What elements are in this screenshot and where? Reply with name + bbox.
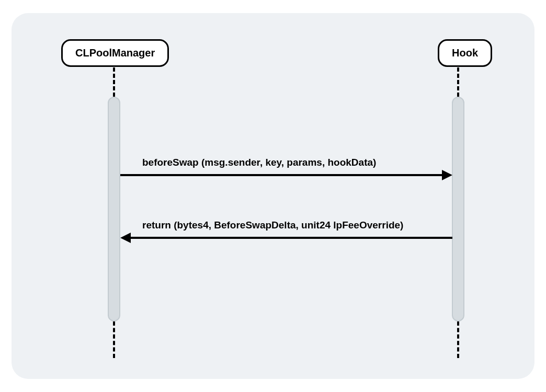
message-forward-label: beforeSwap (msg.sender, key, params, hoo… — [142, 157, 376, 168]
message-return-label: return (bytes4, BeforeSwapDelta, unit24 … — [142, 220, 403, 231]
message-forward-arrow — [120, 174, 442, 176]
lifeline-left-bottom — [113, 321, 115, 358]
sequence-diagram-canvas: CLPoolManager Hook beforeSwap (msg.sende… — [12, 13, 534, 379]
participant-clpoolmanager: CLPoolManager — [61, 39, 169, 67]
activation-right — [452, 97, 464, 321]
message-return-arrowhead — [120, 233, 131, 243]
message-forward-arrowhead — [442, 170, 452, 180]
lifeline-right-top — [457, 67, 459, 97]
lifeline-left-top — [113, 67, 115, 97]
lifeline-right-bottom — [457, 321, 459, 358]
activation-left — [108, 97, 120, 321]
message-return-arrow — [131, 237, 452, 239]
participant-hook: Hook — [438, 39, 492, 67]
